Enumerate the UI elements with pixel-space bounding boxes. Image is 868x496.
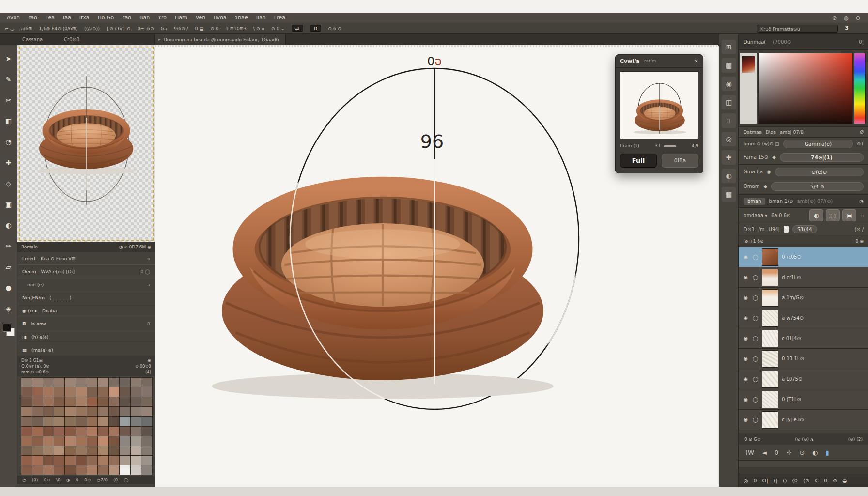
menu-item[interactable]: Ham (175, 15, 187, 21)
layer-row[interactable]: ◉ ◯ a w754⊙ (739, 308, 868, 328)
layer-thumbnail[interactable] (762, 248, 778, 266)
color-swatch[interactable] (32, 378, 43, 387)
window-control-icon[interactable]: ⊘ (832, 15, 837, 21)
color-swatch[interactable] (98, 417, 108, 426)
color-swatch[interactable] (54, 427, 65, 436)
menu-item[interactable]: Ban (140, 15, 150, 21)
tab-extra-icon[interactable]: ◔ (859, 199, 864, 204)
navigator-preview[interactable] (17, 45, 155, 242)
color-swatch[interactable] (120, 436, 130, 446)
color-swatch[interactable] (43, 407, 54, 416)
panel-row[interactable]: Ner(EN/m (…………) (17, 291, 155, 304)
layers-footer-icon[interactable]: ◄ (762, 449, 767, 456)
props-field[interactable]: Gamma(e) (783, 140, 853, 148)
close-icon[interactable]: ✕ (694, 58, 698, 64)
menu-item[interactable]: Yro (158, 15, 167, 21)
layer-lock-icon[interactable]: ◯ (752, 295, 759, 300)
panel-header-icons[interactable]: ◔ ∞ 0D7 6M ◉ (119, 245, 151, 249)
color-swatch[interactable] (109, 465, 120, 475)
color-swatch[interactable] (120, 378, 130, 387)
footer-icon[interactable]: 0⊙ (44, 478, 50, 482)
color-swatch[interactable] (131, 407, 141, 416)
tool-option[interactable]: a/6⊞ (21, 26, 32, 31)
layer-thumbnail[interactable] (762, 269, 778, 286)
menu-item[interactable]: Ilan (256, 15, 266, 21)
footer-icon[interactable]: ◔7/0 (97, 478, 108, 482)
color-swatch[interactable] (54, 397, 65, 406)
tool-button[interactable]: ◧ (1, 110, 16, 131)
color-swatch[interactable] (65, 456, 76, 465)
color-swatch[interactable] (65, 378, 76, 387)
layer-lock-icon[interactable]: ◯ (752, 275, 759, 280)
layers-footer-icon[interactable]: (W (745, 449, 754, 456)
color-swatch[interactable] (76, 407, 87, 416)
color-swatch[interactable] (21, 417, 32, 426)
opacity-field[interactable]: S1(44 (792, 225, 817, 233)
color-swatch[interactable] (32, 388, 43, 397)
layers-tab-active[interactable]: bman (744, 198, 765, 205)
color-swatch[interactable] (87, 417, 98, 426)
color-swatch[interactable] (54, 388, 65, 397)
window-control-icon[interactable]: ◍ (844, 15, 849, 21)
layer-row[interactable]: ◉ ◯ 0 rc05⊙ (739, 247, 868, 267)
search-input[interactable]: Kruō Framatta⊙u (757, 25, 838, 33)
control-value[interactable]: 3 L (655, 143, 676, 148)
color-swatch[interactable] (87, 465, 98, 475)
collapsed-panel-icon[interactable]: ⌗ (722, 113, 736, 128)
layer-thumbnail[interactable] (762, 310, 778, 327)
menu-item[interactable]: Fea (46, 15, 55, 21)
color-swatch[interactable] (76, 378, 87, 387)
tool-option[interactable]: ⊙ 0 (211, 26, 219, 31)
color-swatch[interactable] (76, 417, 87, 426)
color-swatch[interactable] (141, 465, 152, 475)
footer-icon[interactable]: ◑ (66, 478, 70, 482)
eye-icon[interactable]: ◉ (743, 397, 749, 402)
layer-row[interactable]: ◉ ◯ 0 13 1L⊙ (739, 349, 868, 369)
color-swatch[interactable] (65, 446, 76, 455)
tool-button[interactable]: ▱ (1, 256, 16, 277)
color-swatch[interactable] (109, 436, 120, 446)
color-swatch-pair[interactable] (3, 324, 15, 336)
color-swatch[interactable] (141, 446, 152, 455)
panel-tab[interactable]: Cr0⊙0 (64, 37, 79, 42)
tool-option[interactable]: ⌐ ◡ (5, 26, 14, 31)
color-swatch[interactable] (98, 465, 108, 475)
tool-button[interactable]: ◐ (1, 215, 16, 235)
color-swatch[interactable] (43, 465, 54, 475)
tool-option[interactable]: 1,6⊕ E4⊙ (0/6⊞) (39, 26, 78, 31)
color-swatch[interactable] (120, 388, 130, 397)
layer-lock-icon[interactable]: ◯ (752, 417, 759, 422)
layer-lock-icon[interactable]: ◯ (752, 336, 759, 341)
color-swatch[interactable] (87, 407, 98, 416)
color-swatch[interactable] (109, 417, 120, 426)
color-swatch[interactable] (65, 427, 76, 436)
color-swatch[interactable] (141, 378, 152, 387)
tool-option[interactable]: \ ⊙ o (253, 26, 264, 31)
value-field[interactable]: 5/4 ⊙ (771, 182, 864, 191)
color-swatch[interactable] (43, 397, 54, 406)
color-swatch[interactable] (54, 446, 65, 455)
menu-item[interactable]: Yao (28, 15, 37, 21)
color-swatch[interactable] (76, 388, 87, 397)
tool-option[interactable]: D (310, 25, 321, 32)
panel-tab[interactable]: Cassana (22, 37, 43, 42)
color-swatch[interactable] (21, 446, 32, 455)
tool-button[interactable]: ✎ (1, 69, 16, 90)
color-swatch[interactable] (98, 446, 108, 455)
tool-button[interactable]: ◈ (1, 298, 16, 319)
color-swatch[interactable] (54, 378, 65, 387)
color-swatch[interactable] (43, 456, 54, 465)
color-swatch[interactable] (76, 427, 87, 436)
layers-footer-icon[interactable]: ◐ (812, 449, 818, 456)
footer-icon[interactable]: ◯ (124, 478, 128, 482)
color-swatch[interactable] (43, 436, 54, 446)
color-swatch[interactable] (141, 427, 152, 436)
collapsed-panel-icon[interactable]: ◎ (722, 132, 736, 146)
color-swatch[interactable] (87, 436, 98, 446)
collapsed-panel-icon[interactable]: ▤ (722, 58, 736, 73)
eye-icon[interactable]: ◉ (743, 417, 749, 422)
value-field[interactable]: 74⊙|(1) (780, 153, 864, 162)
color-swatch[interactable] (21, 397, 32, 406)
color-swatch[interactable] (131, 417, 141, 426)
footer-icon[interactable]: \0 (56, 478, 61, 482)
